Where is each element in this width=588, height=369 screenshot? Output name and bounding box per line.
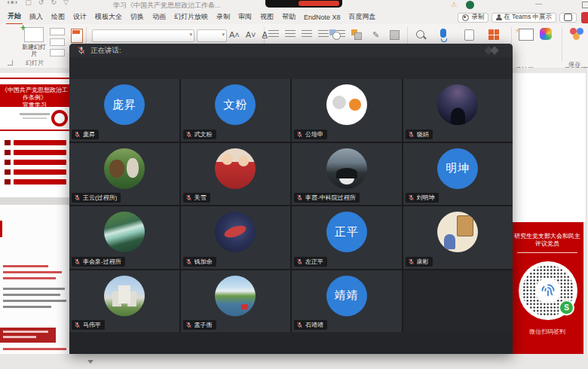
muted-mic-icon bbox=[408, 194, 415, 201]
dialog-launcher-icon[interactable] bbox=[8, 60, 13, 66]
ribbon-tab[interactable]: 切换 bbox=[129, 11, 145, 24]
ribbon-tab[interactable]: 动画 bbox=[151, 11, 167, 24]
meeting-float-bar[interactable] bbox=[265, 0, 342, 8]
muted-mic-icon bbox=[408, 131, 415, 138]
participant-tile[interactable]: 康彬 bbox=[403, 206, 513, 269]
scroll-down-arrow[interactable] bbox=[87, 360, 93, 364]
quick-styles-icon[interactable]: ✎ bbox=[372, 30, 379, 40]
ribbon-tab[interactable]: 设计 bbox=[72, 11, 88, 24]
muted-mic-icon bbox=[74, 322, 81, 328]
font-size-buttons[interactable]: A˄ A˅ A̲ bbox=[229, 30, 268, 39]
clear-format-icon[interactable]: A̲ bbox=[262, 30, 268, 39]
participant-tile[interactable]: 庞昇 庞昇 bbox=[69, 79, 179, 142]
ribbon-tab[interactable]: 绘图 bbox=[50, 11, 66, 24]
ribbon-tab[interactable]: 审阅 bbox=[237, 11, 253, 24]
name-chip: 钱加余 bbox=[183, 257, 216, 267]
shrink-font-icon[interactable]: A˅ bbox=[246, 30, 256, 39]
slide-edge-gap bbox=[0, 197, 69, 205]
participant-tile[interactable]: 关雪 bbox=[181, 143, 291, 206]
new-slide-button[interactable]: 新建幻灯片 bbox=[18, 27, 50, 57]
participant-name: 石靖靖 bbox=[305, 321, 323, 329]
comments-button[interactable] bbox=[559, 13, 577, 23]
ribbon-tab[interactable]: 模板大全 bbox=[93, 11, 124, 24]
ribbon-tab[interactable]: EndNote X8 bbox=[302, 12, 342, 23]
text-line bbox=[3, 288, 65, 290]
quick-access-toolbar[interactable]: ◖●◗ ▢ ↺ ↻ ▽ bbox=[6, 0, 69, 6]
ribbon-tab[interactable]: 视图 bbox=[259, 11, 275, 24]
ribbon-tab[interactable]: 百度网盘 bbox=[348, 11, 378, 24]
redo-icon[interactable]: ↻ bbox=[51, 0, 57, 6]
font-name-select[interactable] bbox=[92, 29, 194, 42]
participant-tile[interactable]: 文粉 武文粉 bbox=[181, 79, 291, 142]
participant-tile[interactable]: 明坤 刘明坤 bbox=[403, 143, 513, 206]
autosave-toggle-icon[interactable]: ◖●◗ bbox=[6, 0, 18, 6]
template-gallery-icon[interactable] bbox=[488, 29, 499, 40]
share-button-partial[interactable] bbox=[581, 12, 588, 23]
avatar bbox=[104, 148, 145, 189]
search-icon[interactable] bbox=[416, 30, 424, 38]
avatar bbox=[104, 276, 145, 316]
ribbon-tab[interactable]: 幻灯片放映 bbox=[173, 11, 210, 24]
grow-font-icon[interactable]: A˄ bbox=[229, 30, 240, 39]
ribbon-tabs: 开始插入绘图设计模板大全切换动画幻灯片放映录制审阅视图帮助EndNote X8百… bbox=[6, 11, 378, 24]
slide-title-line1: 《中国共产党思想政治工作条例》 bbox=[0, 87, 69, 102]
arrange-icon[interactable] bbox=[351, 29, 362, 40]
slide-layout-buttons[interactable] bbox=[50, 28, 65, 56]
participant-name: 钱加余 bbox=[194, 258, 213, 266]
designer-icon[interactable] bbox=[519, 29, 534, 41]
bullet-list-icon[interactable] bbox=[268, 30, 279, 39]
slide-area bbox=[513, 73, 586, 222]
name-chip: 饶娟 bbox=[406, 130, 433, 139]
account-avatar[interactable] bbox=[466, 1, 474, 9]
avatar bbox=[437, 84, 478, 125]
name-chip: 刘明坤 bbox=[406, 193, 439, 203]
avatar-initials: 庞昇 bbox=[112, 98, 136, 112]
participant-tile[interactable]: 孟子衡 bbox=[181, 270, 291, 333]
save-icon[interactable]: ▢ bbox=[25, 0, 32, 6]
sensitivity-icon[interactable] bbox=[464, 29, 474, 41]
meeting-header[interactable]: 正在讲话: bbox=[69, 44, 513, 57]
copilot-icon[interactable] bbox=[540, 28, 552, 40]
ribbon-tab[interactable]: 插入 bbox=[28, 11, 44, 24]
minimize-button[interactable]: — bbox=[535, 0, 542, 8]
slide-red-panel: 研究生党支部大会和民主评议党员 S 微信扫码签到 bbox=[513, 222, 583, 358]
participant-tile[interactable]: 公培申 bbox=[292, 79, 402, 142]
increase-indent-icon[interactable] bbox=[318, 30, 329, 39]
screen: ◖●◗ ▢ ↺ ↻ ▽ 学习《中国共产党思想政治工作条... ⚠ — 开始插入绘… bbox=[0, 0, 588, 369]
record-label: 录制 bbox=[471, 13, 484, 22]
participant-name: 孟子衡 bbox=[194, 321, 213, 329]
numbered-list-icon[interactable] bbox=[285, 30, 296, 39]
participant-tile[interactable]: 靖靖 石靖靖 bbox=[292, 270, 402, 333]
meeting-stop-share-button[interactable] bbox=[299, 1, 339, 6]
powerpoint-titlebar: ◖●◗ ▢ ↺ ↻ ▽ 学习《中国共产党思想政治工作条... ⚠ — bbox=[0, 0, 588, 11]
party-logo bbox=[51, 110, 68, 127]
font-size-select[interactable] bbox=[197, 29, 227, 42]
decrease-indent-icon[interactable] bbox=[302, 30, 312, 39]
restore-button[interactable] bbox=[582, 2, 588, 8]
muted-mic-icon bbox=[296, 322, 303, 328]
participant-tile[interactable]: 马伟平 bbox=[69, 270, 179, 333]
view-layout-icons[interactable] bbox=[485, 47, 502, 54]
participant-tile[interactable]: 正平 左正平 bbox=[292, 206, 402, 269]
participant-tile[interactable]: 王云(过程所) bbox=[69, 143, 179, 206]
layout-icon[interactable] bbox=[71, 29, 83, 43]
slide-canvas-left: 《中国共产党思想政治工作条例》 宣贯学习 bbox=[0, 68, 69, 369]
shape-fill-icon[interactable] bbox=[390, 30, 400, 40]
ribbon-tab[interactable]: 帮助 bbox=[280, 11, 297, 24]
qr-caption: 微信扫码签到 bbox=[514, 328, 580, 336]
slide-area-lower bbox=[0, 205, 69, 369]
dictate-icon[interactable] bbox=[440, 29, 446, 38]
participant-tile[interactable]: 钱加余 bbox=[181, 206, 291, 269]
ribbon-tab[interactable]: 录制 bbox=[215, 11, 231, 24]
start-slideshow-icon[interactable]: ▽ bbox=[63, 0, 69, 6]
undo-icon[interactable]: ↺ bbox=[38, 0, 44, 6]
agenda-bar bbox=[14, 169, 66, 175]
participant-tile[interactable]: 饶娟 bbox=[403, 79, 513, 142]
baidu-netdisk-icon[interactable] bbox=[570, 28, 583, 40]
shapes-icon[interactable] bbox=[329, 29, 341, 40]
participant-tile[interactable]: 李会泉-过程所 bbox=[69, 206, 179, 269]
participant-tile[interactable]: 李霞-中科院过程所 bbox=[292, 143, 402, 206]
record-button[interactable]: 录制 bbox=[458, 13, 488, 23]
present-in-teams-button[interactable]: 在 Teams 中展示 bbox=[492, 13, 556, 23]
avatar: 文粉 bbox=[215, 84, 256, 125]
